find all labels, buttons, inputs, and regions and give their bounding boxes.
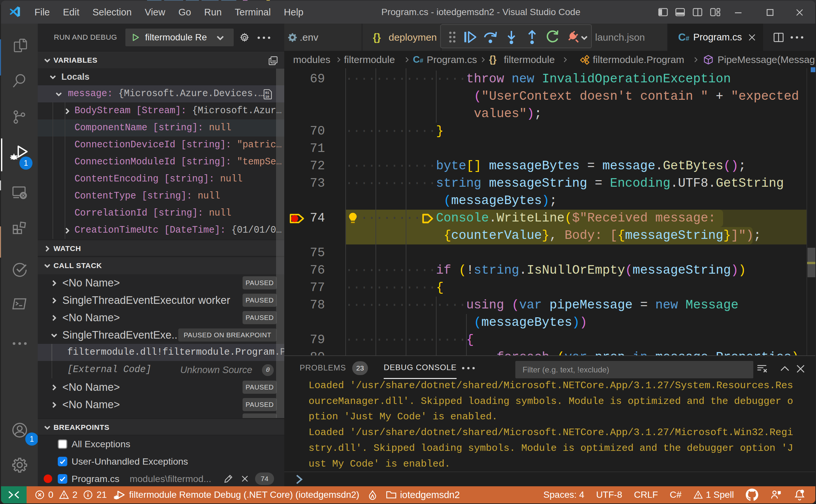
svg-text:01: 01 — [265, 91, 269, 95]
svg-text:10: 10 — [265, 95, 269, 99]
